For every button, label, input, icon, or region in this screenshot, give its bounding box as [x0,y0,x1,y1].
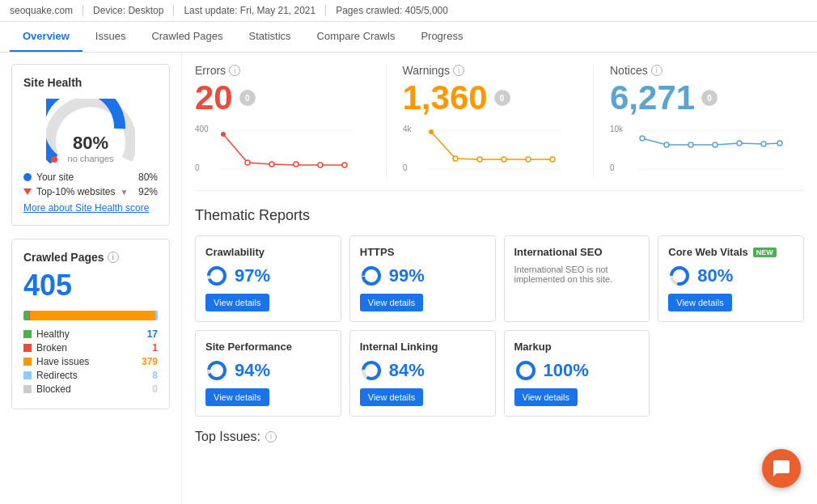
pb-green [23,311,29,320]
core-web-vitals-title: Core Web Vitals new [668,246,794,258]
svg-point-5 [221,132,226,137]
svg-point-6 [245,160,250,165]
crawled-progress-bar [23,311,158,320]
markup-percent: 100% [514,359,640,382]
errors-block: Errors i 20 0 400 0 [195,64,386,177]
redirects-count: 8 [152,370,158,381]
notices-badge: 0 [701,90,718,106]
device-info: Device: Desktop [93,5,174,16]
international-seo-desc: International SEO is not implemented on … [514,265,640,284]
donut-label: no changes [46,154,135,163]
svg-text:10k: 10k [610,125,624,133]
tab-overview[interactable]: Overview [10,22,83,52]
blocked-count: 0 [152,383,158,395]
svg-point-30 [761,142,766,146]
more-site-health-link[interactable]: More about Site Health score [23,202,158,214]
internal-linking-view-btn[interactable]: View details [360,388,424,406]
ewn-row: Errors i 20 0 400 0 [195,64,804,191]
svg-point-18 [502,157,506,162]
https-view-btn[interactable]: View details [360,294,424,311]
stat-have-issues: Have issues 379 [23,356,158,367]
notices-title: Notices i [610,64,788,77]
report-card-core-web-vitals: Core Web Vitals new 80% View details [658,235,804,322]
pages-crawled: Pages crawled: 405/5,000 [336,5,458,16]
tab-compare-crawls[interactable]: Compare Crawls [304,22,408,52]
broken-label: Broken [36,342,67,354]
top-issues-info-icon[interactable]: i [265,431,277,443]
errors-sparkline: 400 0 [195,122,370,177]
site-health-legend: Your site 80% Top-10% websites ▼ 92% [23,172,158,197]
report-card-site-performance: Site Performance 94% View details [195,330,341,417]
svg-point-31 [777,141,782,146]
tab-crawled-pages[interactable]: Crawled Pages [138,22,235,52]
crawled-pages-card: Crawled Pages i 405 Healthy 17 [11,239,170,409]
report-card-https: HTTPS 99% View details [349,235,496,322]
healthy-label: Healthy [36,328,70,340]
svg-text:0: 0 [610,163,615,172]
markup-view-btn[interactable]: View details [514,388,578,406]
pb-blue [155,311,158,320]
site-performance-percent: 94% [205,359,331,382]
donut-center: 80% no changes [46,133,135,163]
svg-point-33 [209,268,225,284]
tab-statistics[interactable]: Statistics [236,22,304,52]
svg-point-9 [318,163,323,167]
report-card-internal-linking: Internal Linking 84% View details [349,330,496,417]
svg-point-43 [518,362,534,379]
crawled-number: 405 [23,269,158,303]
legend-your-site: Your site 80% [23,172,158,183]
notices-info-icon[interactable]: i [651,65,662,76]
crawled-pages-title: Crawled Pages i [23,251,158,264]
right-content: Errors i 20 0 400 0 [182,53,817,504]
core-web-vitals-percent: 80% [668,265,794,287]
warnings-info-icon[interactable]: i [453,65,464,76]
top10-label: Top-10% websites [36,186,115,197]
notices-sparkline: 10k 0 [610,122,788,177]
errors-chart: 400 0 [195,122,357,175]
svg-point-16 [453,156,458,161]
top10-icon [23,188,32,195]
broken-count: 1 [152,342,158,354]
donut-container: 80% no changes [23,99,158,163]
notices-block: Notices i 6,271 0 10k 0 [593,64,804,177]
svg-point-29 [737,141,742,146]
svg-text:400: 400 [195,125,209,133]
site-health-title: Site Health [23,76,158,89]
warnings-badge: 0 [494,90,510,106]
svg-point-10 [342,163,347,167]
main-content: Site Health 80% no changes [0,53,817,504]
crawlability-view-btn[interactable]: View details [205,294,269,311]
svg-point-17 [477,157,482,162]
sidebar: Site Health 80% no changes [0,53,182,504]
errors-number: 20 0 [195,78,370,117]
report-card-markup: Markup 100% View details [504,330,650,417]
donut-percent: 80% [46,133,135,154]
https-percent: 99% [360,265,485,287]
chat-button[interactable] [762,449,801,488]
crawled-info-icon[interactable]: i [108,252,119,263]
nav-tabs: Overview Issues Crawled Pages Statistics… [0,22,817,53]
site-health-card: Site Health 80% no changes [11,64,170,226]
last-update: Last update: Fri, May 21, 2021 [184,5,326,16]
core-web-vitals-view-btn[interactable]: View details [668,294,732,311]
warnings-block: Warnings i 1,360 0 4k 0 [386,64,594,177]
errors-title: Errors i [195,64,370,77]
tab-progress[interactable]: Progress [408,22,476,52]
chat-icon [772,459,791,478]
have-issues-label: Have issues [36,356,89,367]
site-name: seoquake.com [10,5,83,16]
new-badge: new [753,248,777,257]
warnings-number: 1,360 0 [403,78,578,117]
notices-number: 6,271 0 [610,78,788,117]
tab-issues[interactable]: Issues [83,22,139,52]
site-performance-view-btn[interactable]: View details [205,388,269,406]
svg-text:0: 0 [195,163,200,172]
svg-point-20 [550,157,555,162]
svg-point-19 [526,157,531,162]
healthy-count: 17 [147,328,158,340]
donut-chart: 80% no changes [46,99,135,163]
stat-blocked: Blocked 0 [23,383,158,395]
international-seo-title: International SEO [514,246,640,258]
errors-info-icon[interactable]: i [229,65,240,76]
warnings-sparkline: 4k 0 [403,122,578,177]
